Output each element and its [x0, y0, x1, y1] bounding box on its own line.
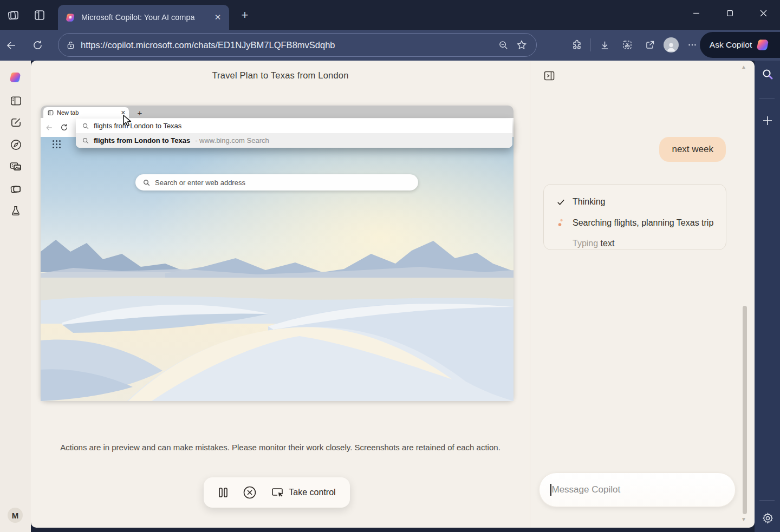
copilot-favicon [66, 12, 76, 23]
preview-refresh-icon[interactable] [60, 123, 68, 132]
preview-tab[interactable]: New tab ✕ [43, 107, 129, 118]
address-suggestions-dropdown: flights from London to Texas flights fro… [76, 119, 512, 148]
more-menu-icon[interactable] [683, 36, 701, 54]
url-text: https://copilot.microsoft.com/chats/ED1N… [81, 40, 494, 50]
status-step-typing: Typing text [556, 239, 614, 248]
scroll-up-arrow[interactable]: ▲ [741, 64, 746, 70]
active-browser-tab[interactable]: Microsoft Copilot: Your AI compa ✕ [58, 5, 229, 30]
new-chat-icon[interactable] [9, 116, 22, 129]
rail-divider [759, 500, 775, 501]
pages-icon[interactable] [9, 182, 22, 195]
status-step-thinking: Thinking [556, 197, 605, 207]
preview-back-icon[interactable] [45, 123, 54, 132]
ask-copilot-button[interactable]: Ask Copilot [700, 32, 780, 58]
status-step-searching: Searching flights, planning Texas trip [556, 218, 713, 228]
profile-avatar[interactable] [664, 37, 679, 52]
pause-button[interactable] [218, 487, 229, 498]
action-controls: Take control [204, 477, 350, 508]
close-button[interactable] [746, 0, 780, 26]
screen-share-icon[interactable] [9, 160, 22, 173]
preview-tab-icon [48, 110, 54, 116]
minimize-button[interactable] [679, 0, 713, 26]
ask-copilot-label: Ask Copilot [710, 40, 752, 50]
check-icon [556, 198, 566, 207]
action-browser-preview[interactable]: New tab ✕ + [41, 106, 514, 401]
workspaces-icon[interactable] [6, 8, 21, 23]
preview-tabstrip: New tab ✕ + [41, 106, 514, 118]
rail-divider [759, 98, 775, 99]
take-control-icon [271, 487, 284, 498]
maximize-button[interactable] [713, 0, 746, 26]
address-input-row[interactable]: flights from London to Texas [76, 119, 512, 133]
copilot-sidebar: M [0, 61, 31, 532]
share-icon[interactable] [641, 36, 659, 54]
labs-flask-icon[interactable] [9, 205, 22, 218]
downloads-icon[interactable] [595, 36, 614, 54]
refresh-icon[interactable] [28, 36, 47, 55]
take-control-button[interactable]: Take control [271, 487, 335, 498]
extensions-icon[interactable] [568, 36, 586, 54]
back-icon[interactable] [2, 36, 21, 55]
address-bar[interactable]: https://copilot.microsoft.com/chats/ED1N… [58, 33, 537, 57]
mouse-cursor [121, 114, 133, 127]
user-avatar[interactable]: M [8, 508, 23, 523]
search-suggestion-row[interactable]: flights from London to Texas - www.bing.… [76, 133, 512, 148]
take-control-label: Take control [289, 488, 335, 497]
tab-title: Microsoft Copilot: Your AI compa [81, 13, 212, 22]
lock-icon [66, 41, 75, 50]
discover-compass-icon[interactable] [9, 138, 22, 151]
copilot-main-panel: Travel Plan to Texas from London New tab… [31, 61, 755, 528]
vertical-tabs-icon[interactable] [32, 8, 47, 23]
search-icon [82, 123, 89, 129]
settings-gear-icon[interactable] [760, 511, 775, 525]
tab-close-icon[interactable]: ✕ [212, 11, 224, 23]
search-icon [82, 137, 89, 144]
screenshot-icon[interactable] [618, 36, 636, 54]
message-copilot-input[interactable]: Message Copilot [539, 472, 736, 507]
preview-search-box[interactable]: Search or enter web address [135, 174, 418, 191]
search-icon [143, 179, 150, 186]
browser-titlebar: Microsoft Copilot: Your AI compa ✕ + [0, 0, 780, 30]
user-message-bubble: next week [659, 137, 726, 162]
copilot-home-icon[interactable] [9, 71, 22, 84]
copilot-logo-icon [756, 38, 770, 52]
preview-new-tab-icon[interactable]: + [135, 108, 145, 117]
progress-spinner-icon [556, 218, 566, 228]
window-bottom-edge [31, 528, 755, 532]
message-input-placeholder: Message Copilot [552, 484, 621, 495]
sidebar-search-icon[interactable] [760, 67, 775, 81]
browser-toolbar: https://copilot.microsoft.com/chats/ED1N… [0, 30, 780, 61]
suggestion-source: - www.bing.com Search [195, 136, 269, 145]
preview-search-placeholder: Search or enter web address [155, 179, 245, 187]
address-query-text: flights from London to Texas [94, 122, 181, 130]
agent-status-card[interactable]: Thinking Searching flights, planning Tex… [543, 184, 726, 250]
suggestion-text: flights from London to Texas [94, 136, 190, 145]
zoom-out-icon[interactable] [494, 36, 512, 54]
chat-scrollbar-thumb[interactable] [743, 306, 747, 514]
sidebar-add-icon[interactable] [760, 114, 775, 128]
stop-button[interactable] [243, 485, 257, 500]
preview-tab-label: New tab [57, 109, 121, 116]
text-caret [550, 484, 551, 496]
new-tab-button[interactable]: + [237, 8, 252, 23]
favorite-star-icon[interactable] [512, 36, 531, 54]
actions-disclaimer: Actions are in preview and can make mist… [31, 443, 530, 452]
drag-handle-icon[interactable] [51, 139, 61, 149]
toolbar-divider [590, 38, 591, 51]
edge-sidebar-rail [755, 61, 780, 532]
conversation-title: Travel Plan to Texas from London [31, 70, 530, 81]
collapse-panel-icon[interactable] [543, 69, 556, 82]
sidebar-toggle-icon[interactable] [9, 94, 22, 107]
preview-viewport[interactable]: Search or enter web address [41, 137, 514, 401]
chat-panel: ▲ next week Thinking Searching flights, … [530, 61, 755, 528]
scroll-down-arrow[interactable]: ▼ [741, 516, 746, 522]
